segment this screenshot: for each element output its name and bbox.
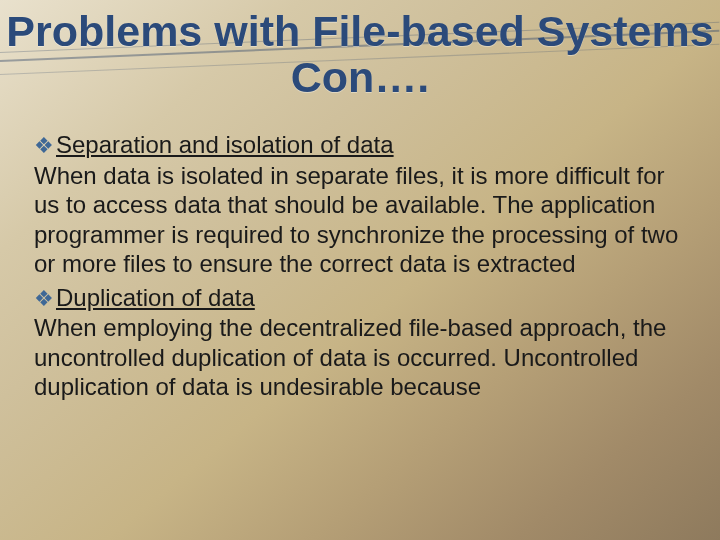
body-paragraph: When employing the decentralized file-ba… [34, 313, 682, 402]
slide-body: ❖ Separation and isolation of data When … [34, 130, 682, 402]
diamond-bullet-icon: ❖ [34, 283, 56, 314]
slide-title: Problems with File-based Systems Con…. [0, 8, 720, 101]
diamond-bullet-icon: ❖ [34, 130, 56, 161]
bullet-label: Duplication of data [56, 283, 255, 313]
bullet-item: ❖ Separation and isolation of data [34, 130, 682, 161]
bullet-item: ❖ Duplication of data [34, 283, 682, 314]
bullet-label: Separation and isolation of data [56, 130, 394, 160]
slide: Problems with File-based Systems Con…. ❖… [0, 0, 720, 540]
body-paragraph: When data is isolated in separate files,… [34, 161, 682, 279]
